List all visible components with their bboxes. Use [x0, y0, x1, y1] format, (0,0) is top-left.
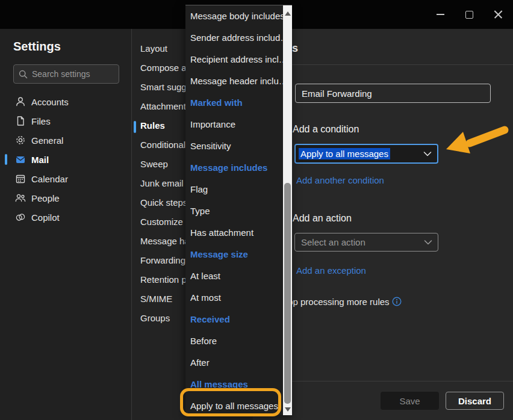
copilot-icon	[14, 211, 26, 223]
sidebar-item-label: General	[31, 135, 63, 146]
stop-processing-label: Stop processing more rules	[279, 297, 390, 307]
menu-header-marked-with: Marked with	[185, 92, 283, 114]
condition-options-menu: Message body includes Sender address inc…	[185, 5, 292, 415]
sidebar-item-general[interactable]: General	[0, 131, 131, 150]
sidebar-item-label: Mail	[31, 155, 49, 165]
sidebar-item-label: Calendar	[31, 174, 68, 184]
category-junk-email[interactable]: Junk email	[140, 178, 184, 191]
mail-icon	[14, 153, 26, 165]
search-icon	[19, 70, 28, 79]
save-button[interactable]: Save	[381, 392, 439, 410]
menu-item-type[interactable]: Type	[185, 200, 283, 222]
sidebar-item-copilot[interactable]: Copilot	[0, 208, 131, 227]
menu-header-received: Received	[185, 309, 283, 330]
calendar-icon	[14, 173, 26, 185]
category-attachments[interactable]: Attachments	[140, 101, 190, 114]
category-sweep[interactable]: Sweep	[140, 159, 168, 172]
person-icon	[14, 96, 26, 108]
chevron-down-icon	[424, 239, 432, 245]
menu-item-has-attachment[interactable]: Has attachment	[185, 222, 283, 244]
sidebar-item-mail[interactable]: Mail	[0, 150, 131, 169]
page-title: Settings	[13, 40, 61, 54]
menu-item-message-body-includes[interactable]: Message body includes	[185, 5, 283, 27]
sidebar-item-label: Files	[31, 116, 51, 126]
people-icon	[14, 192, 26, 204]
category-groups[interactable]: Groups	[140, 313, 170, 326]
menu-scrollbar[interactable]	[283, 5, 292, 415]
sidebar-item-label: Copilot	[31, 212, 60, 223]
minimize-icon	[437, 14, 444, 15]
sidebar-divider	[131, 29, 132, 420]
sidebar-item-label: Accounts	[31, 97, 69, 107]
category-layout[interactable]: Layout	[140, 43, 167, 57]
condition-selected-value: Apply to all messages	[299, 148, 390, 159]
gear-icon	[14, 134, 26, 146]
add-another-condition-link[interactable]: Add another condition	[296, 175, 384, 185]
selected-indicator	[134, 121, 136, 133]
action-placeholder: Select an action	[301, 237, 365, 247]
scroll-up-icon[interactable]	[285, 11, 291, 16]
maximize-icon	[465, 11, 473, 19]
search-input[interactable]	[32, 69, 110, 79]
settings-search[interactable]	[13, 64, 119, 84]
sidebar-item-people[interactable]: People	[0, 188, 131, 208]
menu-header-message-includes: Message includes	[185, 157, 283, 179]
menu-header-message-size: Message size	[185, 244, 283, 265]
condition-dropdown[interactable]: Apply to all messages	[294, 144, 438, 164]
category-quick-steps[interactable]: Quick steps	[140, 197, 187, 211]
menu-item-after[interactable]: After	[185, 352, 283, 374]
menu-item-flag[interactable]: Flag	[185, 179, 283, 200]
chevron-down-icon	[423, 151, 432, 156]
add-exception-link[interactable]: Add an exception	[296, 265, 366, 276]
highlight-box-annotation	[180, 388, 281, 416]
condition-label: Add a condition	[293, 124, 359, 135]
menu-item-at-most[interactable]: At most	[185, 287, 283, 309]
menu-item-sensitivity[interactable]: Sensitivity	[185, 135, 283, 157]
menu-item-sender-address-includes[interactable]: Sender address includ…	[185, 27, 283, 49]
info-icon[interactable]	[392, 297, 402, 306]
sidebar-item-label: People	[31, 193, 60, 203]
scroll-down-icon[interactable]	[285, 407, 291, 412]
arrow-annotation	[443, 119, 513, 162]
action-dropdown[interactable]: Select an action	[294, 233, 438, 252]
menu-item-at-least[interactable]: At least	[185, 265, 283, 287]
rule-name-input[interactable]	[295, 84, 491, 103]
sidebar-item-accounts[interactable]: Accounts	[0, 92, 131, 111]
close-button[interactable]	[488, 5, 508, 23]
action-label: Add an action	[293, 213, 352, 224]
sidebar-item-calendar[interactable]: Calendar	[0, 169, 131, 188]
minimize-button[interactable]	[431, 5, 450, 23]
scrollbar-thumb[interactable]	[284, 183, 291, 404]
file-icon	[14, 115, 26, 127]
category-rules[interactable]: Rules	[140, 120, 165, 134]
category-smime[interactable]: S/MIME	[140, 294, 172, 307]
close-icon	[494, 10, 503, 19]
sidebar-item-files[interactable]: Files	[0, 111, 131, 131]
maximize-button[interactable]	[459, 5, 479, 23]
selected-indicator	[5, 154, 7, 165]
menu-item-recipient-address-includes[interactable]: Recipient address incl…	[185, 49, 283, 70]
discard-button[interactable]: Discard	[446, 392, 504, 410]
menu-item-before[interactable]: Before	[185, 330, 283, 352]
menu-item-message-header-includes[interactable]: Message header inclu…	[185, 70, 283, 92]
menu-item-importance[interactable]: Importance	[185, 114, 283, 135]
category-forwarding[interactable]: Forwarding	[140, 255, 185, 268]
